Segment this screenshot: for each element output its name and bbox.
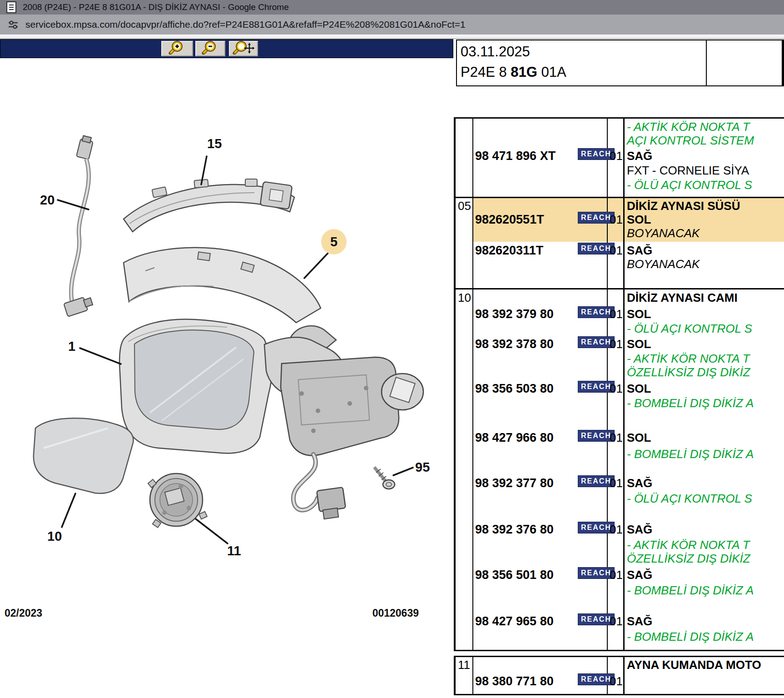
- description-line: - BOMBELİ DIŞ DİKİZ A: [627, 630, 754, 644]
- description-line: BOYANACAK: [627, 226, 700, 240]
- side-label: SOL: [627, 382, 651, 396]
- reach-badge[interactable]: REACH: [578, 243, 615, 254]
- figure-number: 00120639: [345, 607, 419, 619]
- side-label: SOL: [627, 213, 651, 227]
- callout-11[interactable]: 11: [227, 543, 241, 558]
- quantity: 01: [610, 476, 623, 490]
- quantity: 01: [610, 568, 623, 582]
- description-line: - AKTİK KÖR NOKTA T: [627, 538, 750, 552]
- reach-badge[interactable]: REACH: [578, 430, 615, 442]
- part-number[interactable]: 982620311T: [475, 244, 543, 258]
- reach-badge[interactable]: REACH: [578, 148, 615, 160]
- side-label: SOL: [627, 337, 651, 351]
- group-title: AYNA KUMANDA MOTO: [627, 658, 761, 672]
- description-line: - ÖLÜ AÇI KONTROL S: [627, 492, 752, 506]
- item-ref: 05: [458, 199, 471, 213]
- side-label: SAĞ: [627, 614, 652, 628]
- quantity: 01: [610, 431, 623, 445]
- description-line: BOYANACAK: [627, 257, 700, 271]
- quantity: 01: [610, 523, 623, 537]
- reach-badge[interactable]: REACH: [578, 381, 615, 393]
- callout-20[interactable]: 20: [40, 193, 55, 208]
- description-line: - BOMBELİ DIŞ DİKİZ A: [627, 583, 754, 598]
- reach-badge[interactable]: REACH: [578, 522, 615, 533]
- reach-badge[interactable]: REACH: [578, 212, 615, 224]
- page-url[interactable]: servicebox.mpsa.com/docapvpr/affiche.do?…: [25, 19, 466, 30]
- reach-badge[interactable]: REACH: [578, 567, 615, 579]
- description-line: FXT - CORNELIE SİYA: [627, 164, 749, 178]
- address-bar[interactable]: servicebox.mpsa.com/docapvpr/affiche.do?…: [0, 15, 784, 35]
- part-number[interactable]: 98 392 376 80: [475, 523, 554, 537]
- magnifier-minus-icon: [201, 41, 220, 56]
- part-number[interactable]: 98 427 965 80: [475, 614, 554, 628]
- part-number[interactable]: 98 356 501 80: [475, 568, 554, 582]
- quantity: 01: [610, 244, 623, 258]
- magnifier-move-icon: [233, 41, 254, 56]
- callout-95[interactable]: 95: [415, 460, 430, 475]
- description-line: - AKTİK KÖR NOKTA T: [627, 352, 750, 366]
- part-number[interactable]: 98 380 771 80: [475, 674, 554, 688]
- quantity: 01: [610, 337, 623, 351]
- description-line: - ÖLÜ AÇI KONTROL S: [627, 322, 752, 336]
- quantity: 01: [610, 382, 623, 396]
- toolbar-bevel-strip: [0, 35, 784, 39]
- description-line: - BOMBELİ DIŞ DİKİZ A: [627, 447, 754, 461]
- side-label: SAĞ: [627, 149, 652, 163]
- figure-date: 02/2023: [5, 607, 42, 619]
- figure-code-prefix: P24E 8: [461, 64, 511, 80]
- zoom-out-button[interactable]: [195, 41, 225, 56]
- group-title: DİKİZ AYNASI SÜSÜ: [627, 199, 740, 213]
- callout-1[interactable]: 1: [68, 339, 75, 354]
- group-title: DİKİZ AYNASI CAMI: [627, 291, 738, 305]
- side-label: SAĞ: [627, 568, 652, 582]
- quantity: 01: [610, 149, 623, 163]
- side-label: SOL: [627, 431, 651, 445]
- reach-badge[interactable]: REACH: [578, 475, 615, 487]
- side-label: SAĞ: [627, 244, 652, 258]
- site-settings-icon[interactable]: [7, 19, 19, 30]
- item-ref: 11: [458, 658, 470, 672]
- zoom-pan-button[interactable]: [229, 41, 258, 56]
- reach-badge[interactable]: REACH: [578, 673, 615, 685]
- figure-code: P24E 8 81G 01A: [461, 64, 566, 80]
- reach-badge[interactable]: REACH: [578, 336, 615, 348]
- reach-badge[interactable]: REACH: [578, 613, 615, 625]
- callout-10[interactable]: 10: [47, 529, 62, 544]
- callout-15[interactable]: 15: [207, 136, 222, 151]
- description-line: - ÖLÜ AÇI KONTROL S: [627, 178, 752, 192]
- window-title: 2008 (P24E) - P24E 8 81G01A - DIŞ DİKİZ …: [23, 2, 289, 12]
- zoom-in-button[interactable]: [161, 41, 193, 56]
- description-line: ÖZELLİKSİZ DIŞ DİKİZ: [627, 552, 750, 566]
- window-title-bar: 2008 (P24E) - P24E 8 81G01A - DIŞ DİKİZ …: [0, 0, 784, 15]
- part-number[interactable]: 98 427 966 80: [475, 431, 554, 445]
- part-number[interactable]: 98 471 896 XT: [475, 149, 556, 163]
- part-number[interactable]: 98 392 377 80: [475, 476, 554, 490]
- callout-5-label: 5: [330, 234, 337, 249]
- quantity: 01: [610, 614, 623, 628]
- quantity: 01: [610, 213, 623, 227]
- reach-badge[interactable]: REACH: [578, 306, 615, 318]
- side-label: SAĞ: [627, 476, 652, 490]
- quantity: 01: [610, 674, 623, 688]
- part-number[interactable]: 98 392 378 80: [475, 337, 554, 351]
- callout-5-highlighted[interactable]: 5: [321, 229, 347, 254]
- part-number[interactable]: 98 392 379 80: [475, 307, 554, 321]
- part-number[interactable]: 982620551T: [475, 213, 544, 227]
- side-label: SOL: [627, 307, 651, 321]
- viewer-toolbar: [0, 39, 453, 58]
- document-icon: [6, 1, 16, 13]
- description-line: - AKTİK KÖR NOKTA T: [627, 120, 750, 134]
- description-line: ÖZELLİKSİZ DIŞ DİKİZ: [627, 365, 750, 379]
- part-number[interactable]: 98 356 503 80: [475, 382, 554, 396]
- figure-code-bold: 81G: [511, 64, 537, 80]
- quantity: 01: [610, 307, 623, 321]
- side-label: SAĞ: [627, 523, 652, 537]
- figure-code-suffix: 01A: [537, 64, 566, 80]
- item-ref: 10: [458, 291, 471, 305]
- description-line: AÇI KONTROL SİSTEM: [627, 134, 754, 148]
- catalog-date: 03.11.2025: [461, 44, 530, 60]
- description-line: - BOMBELİ DIŞ DİKİZ A: [627, 396, 754, 410]
- magnifier-plus-icon: [168, 41, 187, 56]
